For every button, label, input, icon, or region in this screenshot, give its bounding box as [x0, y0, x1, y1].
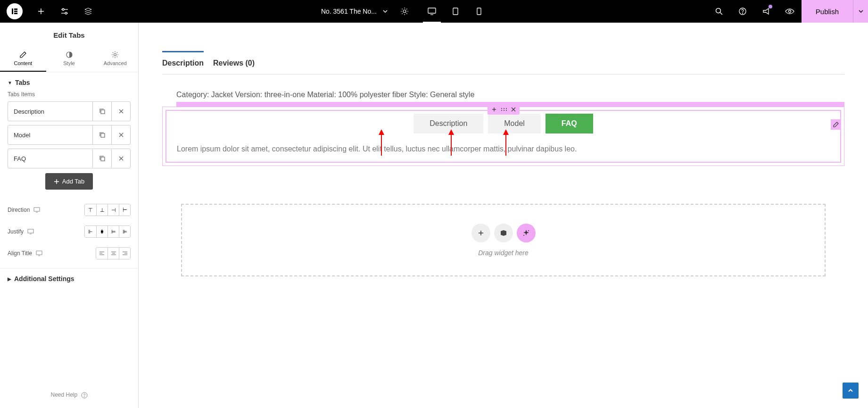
svg-rect-11 [428, 8, 436, 13]
delete-button[interactable] [111, 149, 130, 168]
delete-button[interactable] [111, 125, 130, 144]
contrast-icon [66, 51, 73, 58]
widget-drag-handle[interactable] [501, 107, 507, 112]
plus-icon [54, 179, 59, 184]
scroll-to-top-button[interactable] [843, 383, 859, 399]
tab-item-faq[interactable]: FAQ [8, 149, 131, 168]
tab-item-description[interactable]: Description [8, 101, 131, 121]
widget-add-button[interactable] [491, 107, 497, 112]
inner-tab-description[interactable]: Description [413, 114, 483, 133]
publish-options-button[interactable] [853, 0, 868, 23]
responsive-icon[interactable] [36, 250, 42, 256]
help-button[interactable] [731, 0, 754, 23]
help-icon [81, 392, 88, 399]
add-tab-button[interactable]: Add Tab [45, 173, 93, 190]
panel-tabs: Content Style Advanced [0, 46, 138, 72]
device-mobile[interactable] [467, 0, 491, 23]
align-center[interactable] [107, 248, 119, 259]
product-description-text: Category: Jacket Version: three-in-one M… [162, 75, 844, 102]
caret-down-icon: ▼ [8, 80, 12, 85]
widget-delete-button[interactable] [511, 107, 516, 112]
justify-start[interactable]: ⊩ [85, 226, 96, 237]
align-right[interactable] [119, 248, 130, 259]
copy-button[interactable] [92, 149, 111, 168]
woocommerce-tabs: Description Reviews (0) [162, 51, 844, 75]
direction-left[interactable]: ⊢ [119, 204, 130, 216]
product-tab-description[interactable]: Description [162, 51, 204, 74]
svg-line-16 [720, 13, 722, 15]
align-title-label: Align Title [8, 250, 32, 257]
justify-stretch[interactable]: ⊫ [119, 226, 130, 237]
finder-search-button[interactable] [707, 0, 731, 23]
pencil-icon [19, 51, 27, 58]
justify-buttons: ⊩ ⧯ ⊨ ⊫ [84, 225, 131, 238]
svg-point-15 [716, 8, 720, 13]
drop-template-button[interactable] [494, 224, 513, 242]
responsive-icon[interactable] [33, 207, 40, 213]
justify-center[interactable]: ⧯ [96, 226, 107, 237]
document-title[interactable]: No. 3561 The No... [316, 8, 393, 15]
topbar-center: No. 3561 The No... [100, 0, 707, 23]
section-tabs-label: Tabs [15, 79, 30, 86]
justify-end[interactable]: ⊨ [107, 226, 119, 237]
topbar: No. 3561 The No... [0, 0, 868, 23]
drop-zone[interactable]: Drag widget here [181, 204, 826, 276]
tab-item-model[interactable]: Model [8, 125, 131, 145]
direction-top[interactable]: ⊤ [85, 204, 96, 216]
section-additional-header[interactable]: ▶ Additional Settings [0, 268, 138, 287]
svg-rect-22 [101, 110, 105, 114]
chevron-down-icon [382, 8, 388, 14]
drop-add-button[interactable] [471, 224, 490, 242]
widget-edit-button[interactable] [831, 119, 841, 130]
product-tab-reviews[interactable]: Reviews (0) [213, 51, 255, 74]
whats-new-button[interactable] [754, 0, 778, 23]
panel-body: Tabs Items Description Model FAQ [0, 91, 138, 199]
topbar-right: Publish [707, 0, 868, 23]
justify-label: Justify [8, 228, 24, 235]
delete-button[interactable] [111, 102, 130, 121]
editor-sidebar: Edit Tabs Content Style Advanced ▼ Tabs … [0, 23, 139, 408]
svg-point-56 [504, 110, 504, 111]
elementor-logo[interactable] [7, 3, 23, 19]
need-help-label: Need Help [50, 391, 77, 398]
settings-sliders-icon[interactable] [53, 0, 76, 23]
direction-label: Direction [8, 207, 30, 213]
structure-icon[interactable] [76, 0, 100, 23]
copy-button[interactable] [92, 102, 111, 121]
inner-tab-model[interactable]: Model [488, 114, 541, 133]
direction-bottom[interactable]: ⊥ [96, 204, 107, 216]
tab-content[interactable]: Content [0, 46, 46, 72]
align-left[interactable] [96, 248, 107, 259]
direction-right[interactable]: ⊣ [107, 204, 119, 216]
tab-style[interactable]: Style [46, 46, 92, 72]
publish-button[interactable]: Publish [802, 0, 853, 23]
svg-point-57 [506, 110, 507, 111]
svg-point-68 [528, 230, 529, 231]
tab-item-label: FAQ [8, 155, 92, 162]
page-settings-button[interactable] [393, 0, 416, 23]
inner-tab-faq[interactable]: FAQ [546, 114, 593, 133]
panel-title: Edit Tabs [0, 23, 138, 46]
copy-button[interactable] [92, 125, 111, 144]
drop-ai-button[interactable] [517, 224, 536, 242]
svg-point-55 [501, 110, 502, 111]
device-tablet[interactable] [444, 0, 467, 23]
device-desktop[interactable] [420, 0, 444, 23]
add-element-button[interactable] [29, 0, 53, 23]
svg-rect-14 [477, 8, 481, 15]
tab-advanced[interactable]: Advanced [92, 46, 138, 72]
tab-item-label: Description [8, 108, 92, 115]
svg-rect-1 [14, 8, 17, 10]
document-title-text: No. 3561 The No... [321, 8, 377, 15]
preview-button[interactable] [778, 0, 802, 23]
need-help[interactable]: Need Help [0, 382, 138, 408]
section-tabs-header[interactable]: ▼ Tabs [0, 72, 138, 91]
tabs-widget[interactable]: Description Model FAQ Lorem ipsum dolor … [165, 110, 841, 163]
svg-point-54 [506, 108, 507, 109]
svg-point-9 [65, 12, 67, 14]
justify-control: Justify ⊩ ⧯ ⊨ ⊫ [0, 221, 138, 242]
svg-point-21 [114, 54, 116, 56]
tabs-widget-section[interactable]: Description Model FAQ Lorem ipsum dolor … [162, 107, 844, 166]
svg-rect-28 [101, 157, 105, 161]
responsive-icon[interactable] [27, 229, 34, 234]
